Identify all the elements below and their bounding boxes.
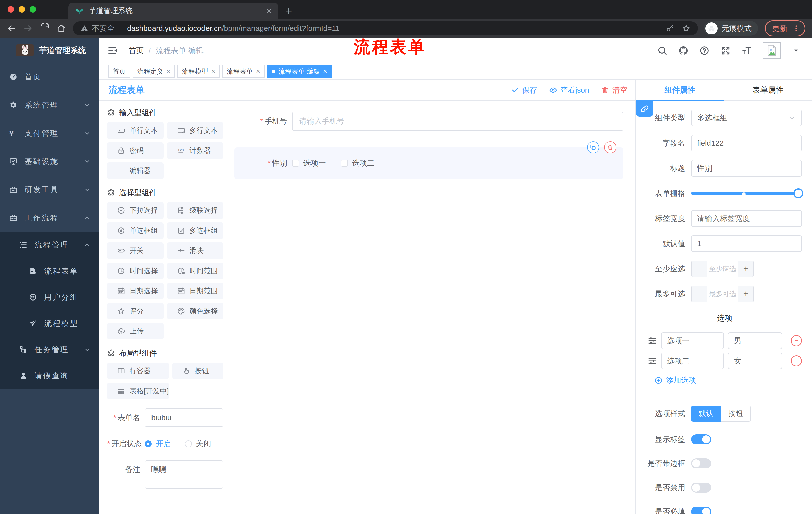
phone-input[interactable] [292, 112, 623, 131]
component-item-date-range[interactable]: 日期范围 [167, 283, 224, 299]
toggle-disabled[interactable] [691, 483, 711, 493]
label-width-input[interactable] [691, 210, 802, 227]
toggle-with-border[interactable] [691, 458, 711, 468]
sidebar-item-process-model[interactable]: 流程模型 [0, 310, 99, 336]
component-type-select[interactable]: 多选框组 [691, 110, 802, 126]
component-item-color-picker[interactable]: 颜色选择 [167, 303, 224, 319]
sidebar-item-workflow[interactable]: 工作流程 [0, 204, 99, 232]
option-label-input[interactable] [661, 353, 724, 369]
update-button[interactable]: 更新 [765, 20, 806, 36]
selected-component[interactable]: *性别 选项一 选项二 [234, 147, 623, 179]
sidebar-item-user-group[interactable]: 用户分组 [0, 284, 99, 310]
security-label[interactable]: 不安全 [92, 23, 115, 34]
kebab-menu-icon[interactable] [792, 24, 800, 32]
clear-button[interactable]: 清空 [601, 85, 627, 95]
component-item-button[interactable]: 按钮 [172, 362, 223, 379]
reload-icon[interactable] [40, 23, 50, 33]
sidebar-item-process-mgmt[interactable]: 流程管理 [0, 232, 99, 258]
component-item-date-picker[interactable]: 日期选择 [107, 283, 164, 299]
stepper-plus-button[interactable]: + [738, 286, 753, 302]
style-button-button[interactable]: 按钮 [721, 406, 751, 422]
tab-close-icon[interactable]: × [266, 6, 272, 16]
option-value-input[interactable] [728, 353, 782, 369]
view-json-button[interactable]: 查看json [549, 85, 589, 95]
sidebar-item-dev-tools[interactable]: 研发工具 [0, 175, 99, 204]
sidebar-logo[interactable]: 芋道管理系统 [0, 38, 99, 63]
toggle-required[interactable] [691, 507, 711, 514]
status-on-radio[interactable]: 开启 [145, 438, 171, 449]
window-close-button[interactable] [7, 6, 14, 12]
gender-option-1-checkbox[interactable]: 选项一 [292, 158, 326, 168]
remark-textarea[interactable]: 嘿嘿 [145, 460, 223, 489]
component-item-radio-group[interactable]: 单选框组 [107, 222, 164, 239]
gender-option-2-checkbox[interactable]: 选项二 [341, 158, 375, 168]
tag-process-form-edit[interactable]: 流程表单-编辑× [267, 65, 331, 78]
sidebar-item-infrastructure[interactable]: 基础设施 [0, 147, 99, 175]
search-icon[interactable] [657, 46, 667, 56]
default-value-input[interactable] [691, 235, 802, 252]
avatar[interactable] [763, 42, 781, 59]
sidebar-item-process-form[interactable]: 流程表单 [0, 258, 99, 284]
new-tab-button[interactable]: + [285, 5, 292, 17]
form-name-input[interactable] [145, 408, 223, 427]
slider-handle[interactable] [793, 188, 804, 198]
add-option-button[interactable]: 添加选项 [655, 375, 802, 385]
copy-component-button[interactable] [587, 141, 599, 154]
save-button[interactable]: 保存 [511, 85, 537, 95]
component-item-slider[interactable]: 滑块 [167, 242, 224, 259]
sidebar-item-task-mgmt[interactable]: 任务管理 [0, 336, 99, 362]
min-select-placeholder[interactable]: 至少应选 [707, 261, 738, 277]
delete-component-button[interactable] [604, 141, 616, 154]
component-item-multi-line-text[interactable]: 多行文本 [167, 122, 224, 139]
component-item-table-dev[interactable]: 表格[开发中] [107, 383, 169, 399]
fullscreen-icon[interactable] [721, 46, 731, 56]
github-icon[interactable] [678, 46, 688, 56]
external-link-tab[interactable] [636, 101, 654, 117]
tag-home[interactable]: 首页 [108, 65, 130, 78]
avatar-caret-icon[interactable] [792, 46, 801, 55]
password-key-icon[interactable] [666, 24, 674, 33]
tag-close-icon[interactable]: × [256, 67, 260, 76]
stepper-plus-button[interactable]: + [738, 261, 753, 277]
bookmark-star-icon[interactable] [682, 24, 690, 33]
tag-process-model[interactable]: 流程模型× [177, 65, 220, 78]
component-item-upload[interactable]: 上传 [107, 323, 164, 340]
component-item-cascader[interactable]: 级联选择 [167, 202, 224, 219]
stepper-minus-button[interactable]: − [692, 286, 707, 302]
drag-handle-icon[interactable] [647, 356, 657, 366]
form-grid-slider[interactable] [691, 185, 802, 202]
max-select-placeholder[interactable]: 最多可选 [707, 286, 738, 302]
component-item-time-picker[interactable]: 时间选择 [107, 263, 164, 279]
sidebar-item-payment-mgmt[interactable]: ¥支付管理 [0, 119, 99, 147]
component-item-editor[interactable]: 编辑器 [107, 162, 164, 179]
tag-process-definition[interactable]: 流程定义× [133, 65, 175, 78]
style-default-button[interactable]: 默认 [691, 406, 721, 422]
component-item-single-line-text[interactable]: 单行文本 [107, 122, 164, 139]
home-icon[interactable] [56, 23, 66, 33]
title-input[interactable] [691, 160, 802, 177]
tab-component-props[interactable]: 组件属性 [636, 80, 724, 100]
component-item-switch[interactable]: 开关 [107, 242, 164, 259]
component-item-row-container[interactable]: 行容器 [107, 362, 169, 379]
component-item-checkbox-group[interactable]: 多选框组 [167, 222, 224, 239]
tag-close-icon[interactable]: × [323, 67, 327, 76]
tab-form-props[interactable]: 表单属性 [724, 80, 812, 100]
address-bar[interactable]: 不安全 dashboard.yudao.iocoder.cn /bpm/mana… [73, 21, 698, 35]
back-icon[interactable] [6, 23, 17, 33]
component-item-dropdown[interactable]: 下拉选择 [107, 202, 164, 219]
tag-close-icon[interactable]: × [166, 67, 170, 76]
component-item-counter[interactable]: 123计数器 [167, 142, 224, 159]
component-item-password[interactable]: 密码 [107, 142, 164, 159]
window-minimize-button[interactable] [19, 6, 25, 12]
drag-handle-icon[interactable] [647, 336, 657, 346]
field-name-input[interactable] [691, 135, 802, 152]
option-label-input[interactable] [661, 332, 724, 349]
breadcrumb-home[interactable]: 首页 [128, 46, 144, 56]
help-icon[interactable] [699, 46, 709, 56]
forward-icon[interactable] [23, 23, 33, 33]
sidebar-item-home[interactable]: 首页 [0, 63, 99, 91]
window-zoom-button[interactable] [30, 6, 36, 12]
remove-option-button[interactable] [791, 335, 802, 346]
status-off-radio[interactable]: 关闭 [185, 438, 211, 449]
browser-tab[interactable]: 芋道管理系统 × [68, 2, 279, 19]
